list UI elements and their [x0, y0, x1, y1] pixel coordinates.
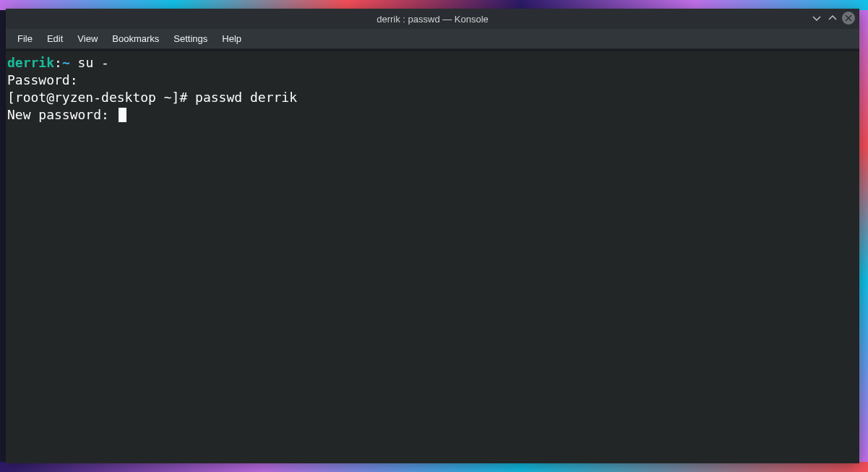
command-passwd: passwd derrik	[195, 90, 297, 105]
prompt-user: derrik	[7, 55, 54, 70]
konsole-window: derrik : passwd — Konsole File Edit View…	[6, 9, 859, 463]
menu-file[interactable]: File	[10, 30, 40, 47]
menu-help[interactable]: Help	[215, 30, 249, 47]
chevron-up-icon	[828, 13, 838, 23]
menu-view[interactable]: View	[70, 30, 105, 47]
root-prompt: [root@ryzen-desktop ~]#	[7, 90, 195, 105]
new-password-prompt: New password:	[7, 107, 117, 122]
prompt-path: ~	[62, 55, 70, 70]
desktop-wallpaper-right	[859, 10, 868, 462]
menu-bookmarks[interactable]: Bookmarks	[105, 30, 166, 47]
window-title: derrik : passwd — Konsole	[377, 14, 489, 25]
terminal-cursor	[119, 108, 126, 122]
close-icon	[845, 14, 852, 22]
window-controls	[810, 12, 855, 25]
menu-settings[interactable]: Settings	[166, 30, 215, 47]
desktop-wallpaper-bottom	[0, 462, 868, 472]
terminal-area[interactable]: derrik:~ su - Password: [root@ryzen-desk…	[6, 49, 859, 463]
password-prompt: Password:	[7, 72, 85, 87]
close-button[interactable]	[842, 12, 855, 25]
chevron-down-icon	[812, 13, 822, 23]
menubar: File Edit View Bookmarks Settings Help	[6, 29, 859, 49]
maximize-button[interactable]	[826, 12, 839, 25]
prompt-sep: :	[54, 55, 62, 70]
menu-edit[interactable]: Edit	[40, 30, 70, 47]
command-su: su -	[70, 55, 109, 70]
minimize-button[interactable]	[810, 12, 823, 25]
titlebar[interactable]: derrik : passwd — Konsole	[6, 9, 859, 29]
